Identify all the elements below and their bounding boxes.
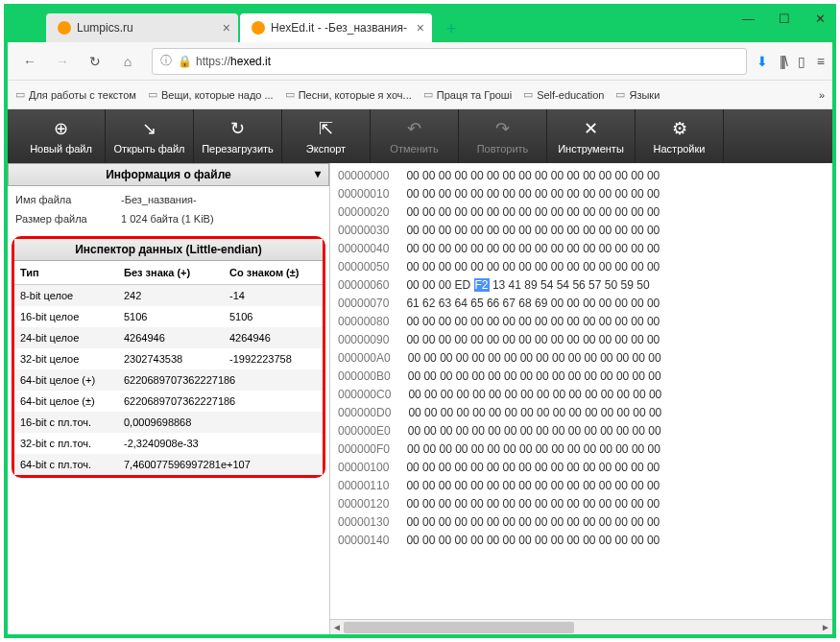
hex-byte[interactable]: 00 [407,442,420,456]
hex-row[interactable]: 000000E000 00 00 00 00 00 00 00 00 00 00… [338,422,832,440]
hex-byte[interactable]: 00 [455,442,468,456]
hex-row[interactable]: 000000F000 00 00 00 00 00 00 00 00 00 00… [338,440,832,459]
hex-byte[interactable]: 00 [551,224,564,237]
toolbar-Настройки[interactable]: ⚙Настройки [636,109,724,163]
hex-byte[interactable]: 00 [615,224,628,237]
bookmarks-overflow[interactable]: » [819,89,825,101]
hex-byte[interactable]: 00 [601,406,613,419]
hex-byte[interactable]: 00 [553,388,565,401]
hex-byte[interactable]: 00 [583,205,595,219]
hex-byte[interactable]: 00 [470,515,483,529]
hex-byte[interactable]: 00 [583,242,595,255]
hex-byte[interactable]: 00 [648,351,660,365]
hex-byte[interactable]: 00 [406,497,419,511]
hex-byte[interactable]: 00 [470,333,483,346]
hex-byte[interactable]: 00 [551,187,564,201]
url-input[interactable]: ⓘ 🔒 https://hexed.it [152,48,747,75]
hex-byte[interactable]: 00 [551,479,564,492]
hex-byte[interactable]: 57 [588,278,601,292]
hex-byte[interactable]: 00 [568,406,581,419]
hex-byte[interactable]: 00 [408,369,420,383]
hex-byte[interactable]: 00 [406,315,419,328]
hex-byte[interactable]: 00 [537,388,549,401]
hex-byte[interactable]: 00 [503,515,516,529]
hex-byte[interactable]: 00 [583,224,595,237]
hex-byte[interactable]: 00 [633,406,645,419]
toolbar-Экспорт[interactable]: ⇱Экспорт [282,109,371,163]
hex-byte[interactable]: 00 [406,169,419,182]
scroll-left-icon[interactable]: ◄ [330,622,344,632]
hex-byte[interactable]: 00 [615,260,628,273]
hex-byte[interactable]: 00 [536,424,548,438]
hex-byte[interactable]: 00 [599,242,612,255]
hex-byte[interactable]: 00 [536,442,548,456]
hex-byte[interactable]: 00 [647,461,660,474]
hex-byte[interactable]: 00 [471,442,484,456]
hex-byte[interactable]: 00 [583,169,595,182]
hex-byte[interactable]: 00 [487,260,499,273]
hex-byte[interactable]: 00 [583,461,595,474]
bookmark-item[interactable]: ▭Self-education [523,88,604,101]
hex-byte[interactable]: 00 [648,424,660,438]
hex-byte[interactable]: 00 [439,260,451,273]
hex-byte[interactable]: 00 [583,315,595,328]
close-button[interactable]: ✕ [815,12,828,25]
hex-byte[interactable]: 00 [599,479,612,492]
hex-byte[interactable]: 00 [647,260,660,273]
hex-byte[interactable]: 00 [503,242,516,255]
hex-byte[interactable]: 00 [537,406,549,419]
hex-byte[interactable]: 00 [457,388,469,401]
browser-tab[interactable]: Lumpics.ru× [46,13,238,42]
hex-byte[interactable]: 00 [631,515,643,529]
hex-byte[interactable]: 00 [470,260,483,273]
hex-byte[interactable]: 00 [503,169,516,182]
hex-byte[interactable]: 00 [535,187,547,201]
hex-byte[interactable]: 00 [631,534,643,547]
hex-byte[interactable]: 00 [583,333,595,346]
hex-row[interactable]: 0000009000 00 00 00 00 00 00 00 00 00 00… [338,331,832,349]
hex-byte[interactable]: 00 [424,406,437,419]
hex-byte[interactable]: 00 [406,187,419,201]
bookmark-item[interactable]: ▭Для работы с текстом [15,88,136,101]
hex-byte[interactable]: 41 [509,278,521,292]
hex-byte[interactable]: 00 [455,461,468,474]
hex-byte[interactable]: 00 [599,442,612,456]
hex-byte[interactable]: 00 [487,169,499,182]
hex-byte[interactable]: 00 [599,461,612,474]
hex-byte[interactable]: 00 [616,351,629,365]
hex-byte[interactable]: 00 [568,424,581,438]
hex-row[interactable]: 000000B000 00 00 00 00 00 00 00 00 00 00… [338,368,832,386]
hex-byte[interactable]: 00 [632,442,644,456]
bookmark-item[interactable]: ▭Праця та Гроші [423,88,512,101]
hex-row[interactable]: 0000003000 00 00 00 00 00 00 00 00 00 00… [338,222,832,240]
hex-byte[interactable]: 54 [557,278,569,292]
new-tab-button[interactable]: + [438,15,465,42]
hex-byte[interactable]: 00 [599,187,612,201]
hex-byte[interactable]: 00 [440,351,452,365]
hex-byte[interactable]: 00 [422,515,435,529]
hex-byte[interactable]: 00 [406,278,419,292]
hex-byte[interactable]: 00 [503,205,516,219]
hex-byte[interactable]: 00 [535,534,547,547]
hex-byte[interactable]: 54 [540,278,553,292]
hex-byte[interactable]: 00 [615,534,628,547]
hex-byte[interactable]: 00 [518,224,531,237]
hex-byte[interactable]: 00 [470,479,483,492]
hex-byte[interactable]: 00 [503,461,516,474]
hex-byte[interactable]: 00 [487,205,499,219]
hex-row[interactable]: 0000014000 00 00 00 00 00 00 00 00 00 00… [338,532,832,550]
hex-byte[interactable]: 00 [456,424,468,438]
hex-byte[interactable]: 00 [647,297,660,310]
hex-byte[interactable]: 61 [406,297,419,310]
hex-byte[interactable]: 00 [631,333,643,346]
menu-icon[interactable]: ≡ [817,54,825,69]
toolbar-Повторить[interactable]: ↷Повторить [459,109,547,163]
hex-byte[interactable]: 00 [615,187,628,201]
hex-byte[interactable]: 00 [470,205,483,219]
download-icon[interactable]: ⬇ [756,54,768,69]
hex-byte[interactable]: 00 [568,388,581,401]
hex-byte[interactable]: 00 [631,315,643,328]
hex-byte[interactable]: 00 [647,333,660,346]
hex-row[interactable]: 0000011000 00 00 00 00 00 00 00 00 00 00… [338,477,832,495]
hex-row[interactable]: 0000010000 00 00 00 00 00 00 00 00 00 00… [338,459,832,477]
